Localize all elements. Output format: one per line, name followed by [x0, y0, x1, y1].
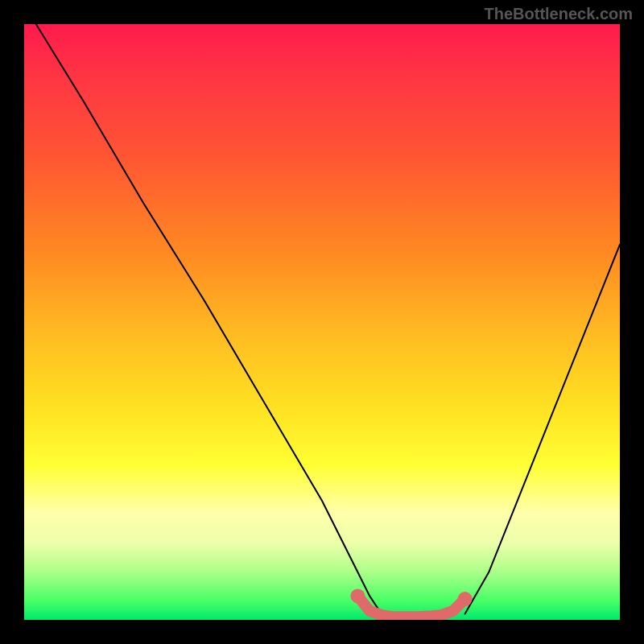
- right-curve: [465, 245, 620, 614]
- plot-area: [24, 24, 620, 620]
- curve-overlay: [24, 24, 620, 620]
- svg-point-1: [458, 592, 473, 606]
- left-curve: [36, 24, 382, 614]
- watermark-text: TheBottleneck.com: [485, 5, 633, 23]
- chart-container: TheBottleneck.com: [0, 0, 644, 644]
- svg-point-0: [350, 588, 365, 603]
